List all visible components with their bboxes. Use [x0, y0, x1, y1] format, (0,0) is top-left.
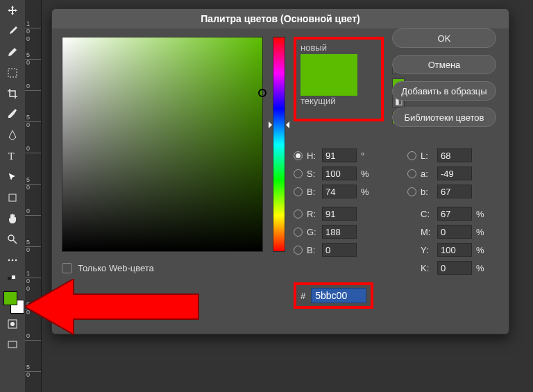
input-y[interactable]: [437, 243, 472, 257]
label-b-rgb: B:: [307, 245, 318, 255]
color-field[interactable]: [62, 37, 263, 252]
svg-point-7: [15, 259, 17, 262]
input-b-hsb[interactable]: [322, 185, 357, 198]
screen-mode-tool[interactable]: [3, 337, 22, 352]
radio-b-rgb[interactable]: [294, 246, 303, 255]
label-lab-b: b:: [421, 187, 433, 197]
cancel-button[interactable]: Отмена: [392, 55, 496, 74]
radio-h[interactable]: [294, 151, 303, 160]
svg-point-5: [8, 259, 10, 262]
input-b-rgb[interactable]: [322, 243, 357, 257]
color-values-right: L: a: b: C:% M:% Y:% K:%: [407, 146, 505, 277]
svg-text:T: T: [8, 151, 15, 162]
radio-g[interactable]: [294, 228, 303, 237]
move-tool[interactable]: [3, 3, 22, 18]
hex-row: #: [294, 282, 373, 309]
svg-point-6: [12, 259, 14, 262]
web-colors-label: Только Web-цвета: [78, 263, 154, 273]
svg-rect-0: [8, 69, 17, 77]
label-g: G:: [307, 227, 318, 237]
foreground-color-swatch[interactable]: [3, 291, 17, 305]
radio-b[interactable]: [294, 187, 303, 196]
svg-line-4: [13, 240, 17, 244]
label-l: L:: [421, 151, 433, 161]
new-color-swatch: [301, 54, 357, 96]
tool-panel: T: [0, 0, 25, 392]
dialog-buttons: OK Отмена Добавить в образцы Библиотеки …: [392, 28, 496, 127]
add-swatch-button[interactable]: Добавить в образцы: [392, 81, 496, 101]
workspace: T 100 50 0 50 0 50 0 50 100 50 0 50 Пали…: [0, 0, 533, 392]
radio-lab-b[interactable]: [407, 187, 416, 196]
input-k[interactable]: [437, 261, 472, 275]
input-r[interactable]: [322, 207, 357, 221]
color-libraries-button[interactable]: Библиотеки цветов: [392, 108, 496, 127]
input-h[interactable]: [322, 148, 357, 162]
hex-input[interactable]: [311, 288, 366, 303]
ok-button[interactable]: OK: [392, 28, 496, 48]
label-h: H:: [307, 151, 318, 161]
svg-rect-9: [12, 275, 15, 279]
label-a: a:: [421, 169, 433, 179]
brush-tool[interactable]: [3, 24, 22, 39]
pen-tool[interactable]: [3, 128, 22, 143]
svg-point-11: [10, 322, 15, 326]
label-y: Y:: [421, 245, 433, 255]
direct-select-tool[interactable]: [3, 169, 22, 185]
hue-slider[interactable]: [273, 37, 285, 252]
input-l[interactable]: [437, 148, 472, 162]
shape-tool[interactable]: [3, 190, 22, 205]
input-s[interactable]: [322, 167, 357, 180]
label-s: S:: [307, 169, 318, 179]
input-lab-b[interactable]: [437, 185, 472, 198]
svg-rect-2: [9, 194, 16, 201]
hand-tool[interactable]: [3, 211, 22, 226]
web-colors-checkbox[interactable]: [62, 263, 72, 273]
hue-slider-handle-right[interactable]: [282, 121, 289, 128]
current-color-label: текущий: [301, 96, 377, 106]
input-c[interactable]: [437, 207, 472, 221]
color-preview-box: новый текущий: [294, 37, 384, 121]
text-tool[interactable]: T: [3, 148, 22, 164]
input-a[interactable]: [437, 167, 472, 180]
crop-tool[interactable]: [3, 86, 22, 101]
color-field-cursor[interactable]: [258, 89, 266, 97]
radio-r[interactable]: [294, 210, 303, 219]
label-c: C:: [421, 209, 433, 219]
color-swatches[interactable]: [2, 290, 23, 311]
vertical-ruler: 100 50 0 50 0 50 0 50 100 50 0 50: [25, 0, 42, 392]
hex-prefix: #: [301, 291, 305, 301]
dialog-title: Палитра цветов (Основной цвет): [52, 9, 509, 28]
input-g[interactable]: [322, 225, 357, 239]
eyedropper-tool[interactable]: [3, 107, 22, 122]
radio-a[interactable]: [407, 169, 416, 178]
svg-rect-12: [8, 341, 17, 348]
svg-point-3: [8, 235, 14, 241]
more-tools[interactable]: [3, 253, 22, 268]
label-k: K:: [421, 263, 433, 273]
zoom-tool[interactable]: [3, 232, 22, 247]
label-r: R:: [307, 209, 318, 219]
svg-rect-8: [8, 277, 11, 280]
marquee-tool[interactable]: [3, 65, 22, 80]
radio-l[interactable]: [407, 151, 416, 160]
hue-slider-handle-left[interactable]: [269, 121, 276, 128]
new-color-label: новый: [301, 42, 377, 53]
pencil-tool[interactable]: [3, 44, 22, 60]
swap-colors-icon[interactable]: [3, 273, 22, 283]
quickmask-tool[interactable]: [3, 316, 22, 332]
label-m: M:: [421, 227, 433, 237]
label-b-hsb: B:: [307, 187, 318, 197]
color-picker-dialog: Палитра цветов (Основной цвет) новый тек…: [51, 8, 509, 334]
input-m[interactable]: [437, 225, 472, 239]
radio-s[interactable]: [294, 169, 303, 178]
web-colors-checkbox-row[interactable]: Только Web-цвета: [62, 263, 154, 273]
